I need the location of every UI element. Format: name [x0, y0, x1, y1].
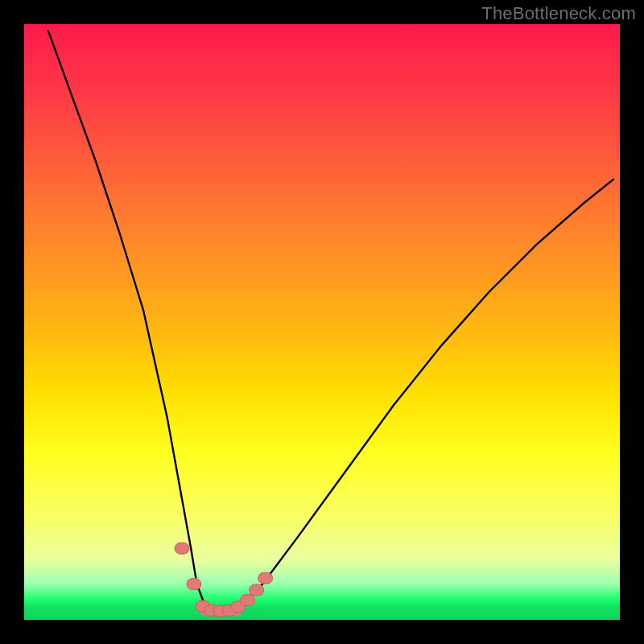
watermark-text: TheBottleneck.com [481, 3, 636, 24]
plot-area [24, 24, 620, 620]
bottleneck-curve [48, 30, 614, 611]
curve-path [48, 30, 614, 611]
marker-dot [241, 595, 255, 606]
chart-stage: TheBottleneck.com [0, 0, 644, 644]
curve-layer [24, 24, 620, 620]
marker-dot [258, 572, 273, 584]
marker-dot [175, 543, 189, 554]
marker-dot [187, 579, 201, 590]
marker-dot [250, 584, 264, 596]
highlighted-points [175, 543, 273, 617]
